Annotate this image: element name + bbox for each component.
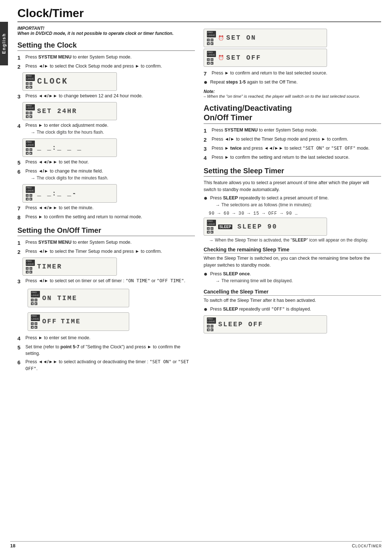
act-step-2: 2 Press ◄/► to select the Timer Setup mo… [204, 136, 381, 143]
step-3: 3 Press ◄◄/►► to change between 12 and 2… [17, 93, 195, 100]
lcd-timer: TIMER [37, 263, 62, 270]
cancelling-bullet-list: ● Press SLEEP repeatedly until "OFF" is … [204, 306, 381, 313]
onoff-step-3: 3 Press ◄/► to select set on timer or se… [17, 278, 195, 285]
checking-bullet-list: ● Press SLEEP once. →The remaining time … [204, 271, 381, 285]
onoff-step-1: 1 Press SYSTEM MENU to enter System Setu… [17, 239, 195, 247]
display-sleep90: PROLOGIC S D ◄ ► SLEEP SLEEP 90 [204, 218, 327, 236]
display-clock: PROLOGIC S D ◄ ► CLOCK [23, 72, 117, 91]
lcd-time2: TIME [61, 318, 81, 325]
step-7: 7 Press ◄◄/►► to set the minute. [17, 204, 195, 212]
lcd-on: ON [42, 295, 52, 302]
device-extra2: ► [29, 86, 32, 89]
display-on-time: PROLOGIC S D ◄ ► ON TIME [28, 289, 129, 307]
setting-clock-list-3: 4 Press ► to enter clock adjustment mode… [17, 122, 195, 137]
lcd-set-on-right: SET ON [226, 34, 256, 41]
device-icon-timer: PROLOGIC S D ◄ ► [26, 260, 35, 274]
setting-clock-list-4: 5 Press ◄◄/►► to set the hour. 6 Press ◄… [17, 159, 195, 182]
onoff-step-7: 7 Press ► to confirm and return to the l… [204, 70, 381, 77]
lcd-time1: TIME [57, 295, 77, 302]
left-column: IMPORTANT! When in DVD/CD mode, it is no… [17, 26, 195, 374]
checking-heading: Checking the remaining Sleep Time [204, 247, 381, 254]
page-title: Clock/Timer [17, 7, 381, 22]
display-off-time: PROLOGIC S D ◄ ► OFF TIME [28, 312, 129, 331]
checking-body: When the Sleep Timer is switched on, you… [204, 255, 381, 269]
setting-clock-list: 1 Press SYSTEM MENU to enter System Setu… [17, 54, 195, 70]
device-icon-set24: PROLOGIC S D ◄ ► [26, 104, 35, 118]
act-step-3: 3 Press ► twice and press ◄◄/►► to selec… [204, 145, 381, 153]
device-dvd-icon: D [29, 82, 32, 85]
lcd-clock-display: CLOCK [37, 77, 68, 86]
onoff-step-4: 4 Press ► to enter set time mode. [17, 335, 195, 342]
act-step-1: 1 Press SYSTEM MENU to enter System Setu… [204, 127, 381, 134]
note-box: Note: – When the "on time" is reached, t… [204, 89, 381, 98]
display-minutes-flash: PROLOGIC S D ◄ ► _ _:_ _- [23, 184, 117, 203]
sleep-bullet-list: ● Press SLEEP repeatedly to select a pre… [204, 195, 381, 209]
important-body: When in DVD/CD mode, it is not possible … [17, 31, 195, 36]
display-ontime-offtime: PROLOGIC S D ◄ ► ON TIME [23, 287, 195, 332]
step-8: 8 Press ► to confirm the setting and ret… [17, 214, 195, 221]
device-icon-min: PROLOGIC S D ◄ ► [26, 186, 35, 200]
display-hours-flash: PROLOGIC S D ◄ ► _ _:_ _ _ [23, 138, 117, 157]
main-content: Clock/Timer IMPORTANT! When in DVD/CD mo… [10, 0, 392, 380]
footer-page-num: 18 [10, 543, 15, 548]
cancelling-body: To switch off the Sleep Timer after it h… [204, 297, 381, 304]
sleep-arrow-2: → When the Sleep Timer is activated, the… [209, 238, 381, 243]
setting-clock-list-5: 7 Press ◄◄/►► to set the minute. 8 Press… [17, 204, 195, 221]
display-sleep-off: PROLOGIC S D ◄ ► SLEEP OFF [204, 315, 327, 334]
sidebar-english-tab: English [0, 22, 8, 65]
setting-onoff-heading: Setting the On/Off Timer [17, 226, 195, 236]
device-sub-icon: S [26, 82, 29, 85]
sidebar-label: English [1, 33, 7, 54]
step-1: 1 Press SYSTEM MENU to enter System Setu… [17, 54, 195, 61]
lcd-hours-flash: _ _:_ _ _ [37, 144, 82, 151]
clock-icon-2: ⏰ [218, 55, 224, 60]
sleep-intro: This feature allows you to select a pres… [204, 179, 381, 193]
setting-clock-list-2: 3 Press ◄◄/►► to change between 12 and 2… [17, 93, 195, 100]
onoff-step-2: 2 Press ◄/► to select the Timer Setup mo… [17, 248, 195, 256]
two-col-layout: IMPORTANT! When in DVD/CD mode, it is no… [17, 26, 381, 374]
important-box: IMPORTANT! When in DVD/CD mode, it is no… [17, 26, 195, 36]
step-2: 2 Press ◄/► to select the Clock Setup mo… [17, 63, 195, 70]
sleep-timer-heading: Setting the Sleep Timer [204, 167, 381, 177]
onoff-timer-list-2: 3 Press ◄/► to select set on timer or se… [17, 278, 195, 285]
device-extra1: ◄ [26, 86, 29, 89]
step-6: 6 Press ◄/► to change the minute field. … [17, 168, 195, 182]
lcd-off: OFF [42, 318, 57, 325]
sleep-bullet-1: ● Press SLEEP repeatedly to select a pre… [204, 195, 381, 209]
sleep-chain: 90 → 60 → 30 → 15 → OFF → 90 … [209, 211, 381, 216]
step-5: 5 Press ◄◄/►► to set the hour. [17, 159, 195, 166]
activating-list: 1 Press SYSTEM MENU to enter System Setu… [204, 127, 381, 162]
device-icon-clock: PROLOGIC S D ◄ ► [26, 74, 35, 89]
step-4: 4 Press ► to enter clock adjustment mode… [17, 122, 195, 137]
lcd-minutes-flash: _ _:_ _- [37, 190, 77, 197]
checking-bullet: ● Press SLEEP once. →The remaining time … [204, 271, 381, 285]
cancelling-bullet: ● Press SLEEP repeatedly until "OFF" is … [204, 306, 381, 313]
repeat-steps: ● Repeat steps 1-5 again to set the Off … [204, 79, 381, 86]
cancelling-heading: Cancelling the Sleep Timer [204, 289, 381, 296]
onoff-step-6: 6 Press ◄◄/►► to select activating or de… [17, 358, 195, 372]
sleep-badge: SLEEP [218, 224, 232, 229]
right-column: PROLOGIC S D ◄ ► ⏰ SET ON [204, 26, 381, 374]
device-icon-hours: PROLOGIC S D ◄ ► [26, 141, 35, 155]
clock-icon-1: ⏰ [218, 35, 224, 41]
lcd-set-off-right: SET OFF [226, 54, 261, 61]
footer-page-title: CLOCK/TIMER [352, 543, 382, 548]
lcd-sleep90: SLEEP 90 [237, 223, 277, 230]
setting-clock-heading: Setting the Clock [17, 41, 195, 51]
display-set-off: PROLOGIC S D ◄ ► ⏰ SET OFF [204, 49, 327, 67]
display-timer: PROLOGIC S D ◄ ► TIMER [23, 258, 117, 276]
onoff-timer-list-3: 4 Press ► to enter set time mode. 5 Set … [17, 335, 195, 372]
page-footer: 18 CLOCK/TIMER [10, 541, 382, 548]
lcd-sleep-off: SLEEP OFF [218, 321, 263, 328]
note-body: – When the "on time" is reached, the pla… [204, 94, 381, 98]
activating-timer-heading: Activating/DeactivatingOn/Off Timer [204, 104, 381, 124]
display-set-on: PROLOGIC S D ◄ ► ⏰ SET ON [204, 29, 327, 47]
lcd-set24hr: SET 24HR [37, 108, 77, 115]
note-label: Note: [204, 89, 381, 94]
display-set24hr: PROLOGIC S D ◄ ► SET 24HR [23, 102, 117, 121]
important-title: IMPORTANT! [17, 26, 195, 31]
act-step-4: 4 Press ► to confirm the setting and ret… [204, 154, 381, 162]
onoff-step-5: 5 Set time (refer to point 5-7 of "Setti… [17, 344, 195, 357]
onoff-timer-list: 1 Press SYSTEM MENU to enter System Setu… [17, 239, 195, 256]
